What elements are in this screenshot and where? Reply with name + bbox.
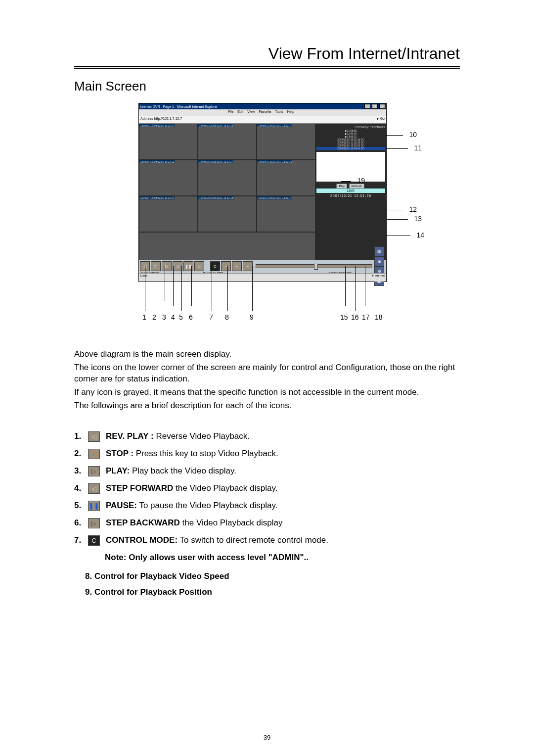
app-window: Internet DVR - Page 1 - Microsoft Intern… bbox=[138, 103, 387, 282]
stop-button[interactable]: ▢ bbox=[151, 261, 161, 271]
callout-1: 1 bbox=[142, 313, 146, 321]
ie-status-left: Done bbox=[140, 274, 147, 281]
close-icon[interactable]: × bbox=[379, 104, 385, 109]
page-number: 39 bbox=[0, 734, 534, 741]
page-header-title: View From Internet/Intranet bbox=[74, 45, 460, 63]
menubar[interactable]: File Edit View Favorite Tools Help bbox=[139, 109, 386, 116]
callout-15: 15 bbox=[340, 313, 348, 321]
camera-label: Camera 5 2003/12/01 13:22:17 bbox=[198, 160, 233, 163]
callout-line bbox=[355, 266, 356, 311]
item-number: 5. bbox=[74, 501, 88, 511]
camera-tile[interactable]: Camera 5 2003/12/01 13:22:17 bbox=[198, 160, 257, 196]
camera-tile[interactable]: Camera 8 2003/12/01 13:22:18 bbox=[198, 196, 257, 232]
slider-thumb-icon[interactable] bbox=[314, 264, 318, 270]
body-text: Above diagram is the main screen display… bbox=[74, 349, 460, 412]
callout-14: 14 bbox=[416, 231, 424, 239]
item-icon: C bbox=[88, 535, 100, 546]
callout-17: 17 bbox=[362, 313, 370, 321]
item-icon: ◁ bbox=[88, 483, 100, 494]
body-p4: The followings are a brief description f… bbox=[74, 400, 460, 412]
callout-line bbox=[212, 266, 212, 311]
address-bar[interactable]: Address http://152.1.7.15.7 ▸ Go bbox=[139, 116, 386, 124]
admin-note: Note: Only allows user with access level… bbox=[105, 553, 460, 563]
window-buttons[interactable]: _ □ × bbox=[364, 104, 385, 109]
item-desc: PLAY: Play back the Video display. bbox=[106, 466, 460, 476]
callout-10: 10 bbox=[409, 131, 417, 139]
play-button[interactable]: Play bbox=[336, 184, 347, 189]
segment-list[interactable]: ▶11:08:35 ▶12:44:19 ▶13:55:12 2003/12/01… bbox=[316, 129, 385, 150]
callout-3: 3 bbox=[162, 313, 166, 321]
callout-9: 9 bbox=[250, 313, 254, 321]
callout-18: 18 bbox=[375, 313, 383, 321]
video-grid: Camera 1 2003/12/01 13:22:17 Camera 2 20… bbox=[139, 124, 315, 268]
callout-line bbox=[252, 266, 253, 311]
camera-label: Camera 1 2003/12/01 13:22:17 bbox=[139, 124, 175, 127]
camera-label: Camera 9 2003/12/01 13:22:17 bbox=[257, 196, 292, 199]
callout-7: 7 bbox=[209, 313, 213, 321]
item-desc: REV. PLAY : Reverse Video Playback. bbox=[106, 431, 460, 441]
datetime-display: 2003/12/01 12:01:38 bbox=[316, 194, 385, 197]
menu-favorite[interactable]: Favorite bbox=[259, 110, 271, 113]
pause-button[interactable]: ❚❚ bbox=[183, 261, 193, 271]
item-desc: STEP FORWARD the Video Playback display. bbox=[106, 483, 460, 493]
camera-tile[interactable]: Camera 7 2003/12/01 13:22:17 bbox=[139, 196, 198, 232]
seg-row-selected[interactable]: 2003/12/01 13:34:41 SO bbox=[316, 147, 385, 150]
layout-button[interactable]: ▦ bbox=[374, 246, 384, 256]
list-item: 3.▷PLAY: Play back the Video display. bbox=[74, 466, 460, 476]
callout-11: 11 bbox=[414, 144, 422, 152]
camera-tile[interactable]: Camera 9 2003/12/01 13:22:17 bbox=[257, 196, 315, 232]
record-button[interactable]: ◉ bbox=[374, 256, 384, 266]
camera-label: Camera 8 2003/12/01 13:22:18 bbox=[198, 196, 233, 199]
camera-tile[interactable]: Camera 2 2003/12/01 13:22:18 bbox=[198, 124, 257, 160]
callout-19: 19 bbox=[357, 177, 365, 185]
callout-line bbox=[165, 266, 165, 301]
address-value[interactable]: http://152.1.7.15.7 bbox=[154, 117, 182, 120]
callout-13: 13 bbox=[414, 215, 422, 223]
camera-tile[interactable]: Camera 6 2003/12/01 13:22:16 bbox=[257, 160, 315, 196]
callout-8: 8 bbox=[225, 313, 229, 321]
callout-12: 12 bbox=[409, 205, 417, 213]
callout-6: 6 bbox=[189, 313, 193, 321]
callout-line bbox=[173, 266, 174, 306]
menu-help[interactable]: Help bbox=[287, 110, 294, 113]
callout-line bbox=[345, 266, 346, 306]
step-backward-button[interactable]: ▷ bbox=[194, 261, 204, 271]
figure: Internet DVR - Page 1 - Microsoft Intern… bbox=[74, 103, 460, 329]
camera-tile[interactable]: Camera 3 2003/12/01 13:22:17 bbox=[257, 124, 315, 160]
camera-tile[interactable]: Camera 4 2003/12/01 13:22:12 bbox=[139, 160, 198, 196]
maximize-icon[interactable]: □ bbox=[372, 104, 378, 109]
item-desc: STOP : Press this key to stop Video Play… bbox=[106, 449, 460, 459]
list-item: 5.❚❚PAUSE: To pause the Video Playback d… bbox=[74, 501, 460, 511]
menu-edit[interactable]: Edit bbox=[237, 110, 243, 113]
window-title: Internet DVR - Page 1 - Microsoft Intern… bbox=[140, 105, 218, 108]
item-icon: ◁ bbox=[88, 431, 100, 442]
go-button[interactable]: ▸ Go bbox=[377, 117, 385, 123]
camera-tile[interactable]: Camera 1 2003/12/01 13:22:17 bbox=[139, 124, 198, 160]
item-icon: ❚❚ bbox=[88, 501, 100, 511]
brand-label: Security Products bbox=[316, 125, 385, 129]
speed-down-button[interactable]: − bbox=[221, 261, 231, 271]
play-button[interactable]: ▷ bbox=[162, 261, 172, 271]
camera-label: Camera 4 2003/12/01 13:22:12 bbox=[139, 160, 175, 163]
item-desc: STEP BACKWARD the Video Playback display bbox=[106, 518, 460, 528]
minimize-icon[interactable]: _ bbox=[364, 104, 370, 109]
step-forward-button[interactable]: ◁ bbox=[173, 261, 182, 271]
item-icon: ▷ bbox=[88, 466, 100, 476]
app-body: Camera 1 2003/12/01 13:22:17 Camera 2 20… bbox=[139, 124, 386, 268]
header-rule-thin bbox=[74, 68, 460, 69]
header-rule-thick bbox=[74, 66, 460, 67]
address-label: Address bbox=[140, 117, 153, 120]
item-number: 6. bbox=[74, 518, 88, 528]
list-item: 4.◁STEP FORWARD the Video Playback displ… bbox=[74, 483, 460, 494]
callout-4: 4 bbox=[171, 313, 175, 321]
item-icon: ▢ bbox=[88, 449, 100, 459]
item-8: 8. Control for Playback Video Speed bbox=[85, 571, 460, 581]
callout-5: 5 bbox=[179, 313, 183, 321]
menu-view[interactable]: View bbox=[247, 110, 255, 113]
item-desc: CONTROL MODE: To switch to direct remote… bbox=[106, 535, 460, 545]
menu-tools[interactable]: Tools bbox=[275, 110, 283, 113]
speed-marker-icon: • bbox=[232, 261, 242, 271]
speed-up-button[interactable]: + bbox=[243, 261, 253, 271]
menu-file[interactable]: File bbox=[228, 110, 233, 113]
toolbar: ◁ ▢ ▷ ◁ ❚❚ ▷ C − • + ▦ ◉ ⚙ ▣ bbox=[139, 260, 386, 273]
